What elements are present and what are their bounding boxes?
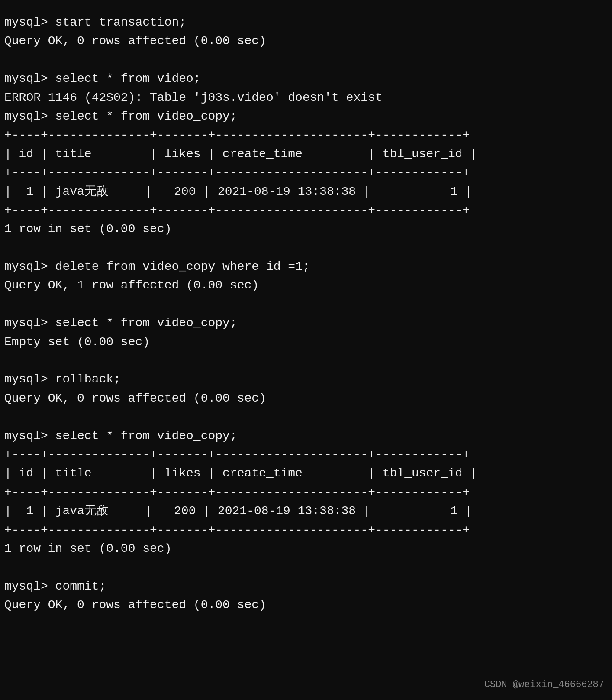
watermark: CSDN @weixin_46666287 (484, 677, 604, 692)
terminal-line: Query OK, 0 rows affected (0.00 sec) (4, 392, 266, 405)
terminal-line: Query OK, 0 rows affected (0.00 sec) (4, 34, 266, 48)
terminal-line: | 1 | java无敌 | 200 | 2021-08-19 13:38:38… (4, 185, 472, 198)
terminal-line: mysql> select * from video_copy; (4, 429, 237, 443)
terminal-output: mysql> start transaction; Query OK, 0 ro… (4, 13, 603, 615)
terminal-line: +----+--------------+-------+-----------… (4, 128, 470, 142)
terminal-line: 1 row in set (0.00 sec) (4, 542, 171, 555)
terminal-line: | id | title | likes | create_time | tbl… (4, 147, 477, 161)
terminal-line: mysql> rollback; (4, 373, 121, 386)
terminal-line: +----+--------------+-------+-----------… (4, 523, 470, 537)
terminal-line: | 1 | java无敌 | 200 | 2021-08-19 13:38:38… (4, 504, 472, 518)
terminal-line: +----+--------------+-------+-----------… (4, 166, 470, 179)
terminal-line: mysql> start transaction; (4, 16, 186, 29)
terminal-line: Empty set (0.00 sec) (4, 335, 150, 349)
terminal-line: ERROR 1146 (42S02): Table 'j03s.video' d… (4, 91, 383, 104)
terminal-line: +----+--------------+-------+-----------… (4, 204, 470, 217)
terminal-line: mysql> commit; (4, 580, 106, 593)
terminal-line: mysql> select * from video; (4, 72, 201, 85)
terminal-line: mysql> select * from video_copy; (4, 110, 237, 123)
terminal-line: 1 row in set (0.00 sec) (4, 222, 171, 236)
terminal-line: | id | title | likes | create_time | tbl… (4, 467, 477, 480)
terminal-line: Query OK, 0 rows affected (0.00 sec) (4, 598, 266, 612)
terminal-line: Query OK, 1 row affected (0.00 sec) (4, 279, 259, 292)
terminal-line: +----+--------------+-------+-----------… (4, 448, 470, 461)
terminal-line: mysql> delete from video_copy where id =… (4, 260, 310, 273)
terminal-line: +----+--------------+-------+-----------… (4, 486, 470, 499)
terminal-line: mysql> select * from video_copy; (4, 316, 237, 330)
